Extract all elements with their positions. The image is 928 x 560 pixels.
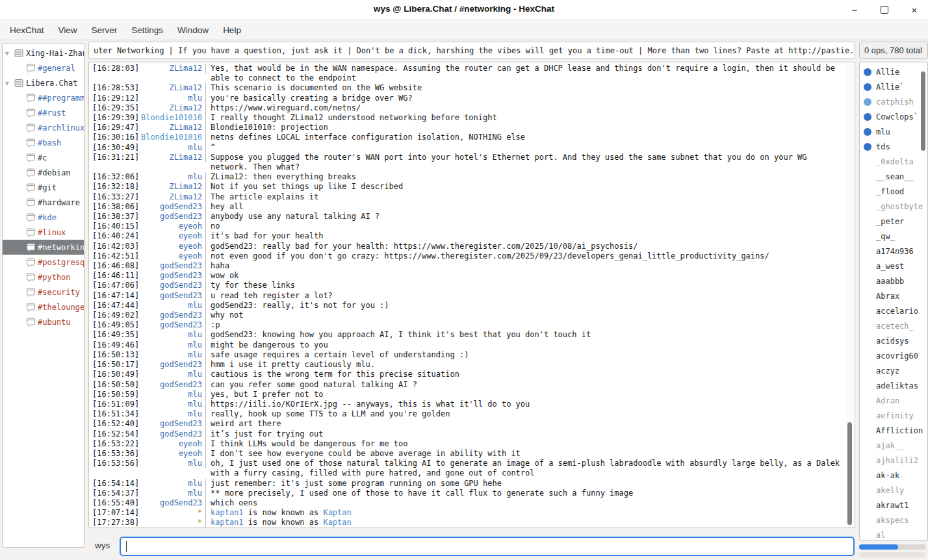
message-text: haha: [206, 261, 855, 271]
userlist-item[interactable]: aaabbb: [860, 274, 927, 288]
userlist-item[interactable]: acetech_: [860, 318, 927, 333]
username: al: [876, 531, 885, 540]
nick: mlu: [140, 400, 206, 409]
message-input[interactable]: [120, 537, 855, 556]
userlist-item[interactable]: a_west: [860, 259, 927, 274]
chat-scrollbar-thumb[interactable]: [847, 422, 852, 525]
tree-channel-programming[interactable]: ##programming: [3, 90, 84, 105]
userlist-vertical-scrollbar[interactable]: [920, 65, 926, 520]
tree-channel-thelounge[interactable]: #thelounge: [3, 299, 84, 314]
menu-item-settings[interactable]: Settings: [124, 22, 170, 38]
userlist-item[interactable]: ajhalili2: [860, 453, 927, 468]
timestamp: [16:52:40]: [89, 419, 140, 429]
timestamp: [16:30:16]: [89, 133, 140, 142]
username: acovrig60: [876, 351, 918, 361]
menu-item-hexchat[interactable]: HexChat: [3, 22, 51, 38]
userlist-item[interactable]: Abrax: [860, 288, 927, 303]
tree-channel-python[interactable]: #python: [3, 270, 84, 285]
expander-down-icon[interactable]: ▽: [5, 80, 14, 86]
message-text: godSend23: knowing how you approach AI, …: [206, 330, 855, 340]
userlist-item[interactable]: acidsys: [860, 333, 927, 348]
maximize-button[interactable]: [879, 4, 890, 16]
minimize-button[interactable]: −: [849, 4, 860, 16]
userlist-item[interactable]: akelly: [860, 483, 927, 498]
tree-channel-archlinux[interactable]: #archlinux: [3, 120, 84, 135]
bottom-scrollbar-track[interactable]: [859, 552, 925, 557]
userlist-item[interactable]: Allie: [860, 64, 927, 79]
timestamp: [16:33:27]: [89, 192, 140, 202]
tree-channel-git[interactable]: #git: [3, 180, 84, 195]
userlist-item[interactable]: ajak__: [860, 438, 927, 453]
userlist-item[interactable]: _peter: [860, 214, 927, 229]
channel-label: #kde: [38, 213, 57, 222]
nick: godSend23: [140, 291, 206, 301]
message-text: This scenario is documented on the WG we…: [206, 83, 855, 93]
userlist-item[interactable]: a174n936: [860, 244, 927, 259]
tree-channel-hardware[interactable]: #hardware: [3, 195, 84, 210]
tree-channel-bash[interactable]: #bash: [3, 135, 84, 150]
userlist-item[interactable]: _0xdelta: [860, 154, 927, 169]
userlist-item[interactable]: akrawt1: [860, 498, 927, 513]
userlist-item[interactable]: akspecs: [860, 513, 927, 528]
message-text: anybody use any natural talking AI ?: [206, 212, 855, 222]
menu-item-window[interactable]: Window: [170, 22, 216, 38]
menu-item-view[interactable]: View: [51, 22, 84, 38]
chat-message-row: [16:50:17] godSend23 hmm i use it pretty…: [89, 360, 855, 370]
nick-mention: Kaptan: [323, 518, 351, 527]
message-text: u read teh register a lot?: [206, 291, 855, 301]
userlist-item[interactable]: Allie`: [860, 79, 927, 94]
tree-channel-postgresql[interactable]: #postgresql: [3, 255, 84, 270]
chat-vertical-scrollbar[interactable]: [846, 64, 853, 526]
userlist-item[interactable]: Cowclops`: [860, 109, 927, 124]
tree-channel-general[interactable]: #general: [3, 60, 84, 75]
userlist-item[interactable]: _ghostbyte: [860, 199, 927, 214]
channel-icon: [26, 123, 38, 133]
chat-message-row: [17:07:14] * kaptan1 is now known as Kap…: [89, 508, 855, 518]
tree-network-row[interactable]: ▽ Libera.Chat: [3, 75, 84, 90]
userlist-item[interactable]: adeliktas: [860, 378, 927, 393]
userlist-item[interactable]: Adran: [860, 393, 927, 408]
userlist-horizontal-scrollbar[interactable]: [859, 544, 925, 550]
nick: godSend23: [140, 360, 206, 370]
user-list: Allie Allie` catphish Cowclops` mlu tds …: [859, 62, 928, 541]
tree-channel-linux[interactable]: #linux: [3, 225, 84, 240]
tree-channel-rust[interactable]: ##rust: [3, 105, 84, 120]
userlist-item[interactable]: Affliction: [860, 423, 927, 438]
userlist-item[interactable]: _flood: [860, 184, 927, 199]
userlist-item[interactable]: catphish: [860, 94, 927, 109]
tree-network-row[interactable]: ▽ Xing-Hai-Zhan: [3, 45, 84, 60]
userlist-item[interactable]: acovrig60: [860, 348, 927, 363]
userlist-item[interactable]: __sean__: [860, 169, 927, 184]
menu-item-server[interactable]: Server: [84, 22, 125, 38]
tree-channel-kde[interactable]: #kde: [3, 210, 84, 225]
userlist-item[interactable]: aefinity: [860, 408, 927, 423]
chat-message-row: [16:50:49] mlu cautious is the wrong ter…: [89, 370, 855, 379]
message-text: really, hook up some TTS to a LLM and yo…: [206, 409, 855, 419]
nick: godSend23: [140, 281, 206, 290]
chat-message-row: [16:29:35] ZLima12 https://www.wireguard…: [89, 103, 855, 113]
userlist-item[interactable]: al: [860, 528, 927, 541]
tree-channel-debian[interactable]: #debian: [3, 165, 84, 180]
tree-channel-security[interactable]: #security: [3, 285, 84, 299]
channel-label: #postgresql: [38, 258, 84, 267]
userlist-item[interactable]: aczyz: [860, 363, 927, 378]
user-status-dot: [864, 68, 871, 76]
tree-channel-ubuntu[interactable]: #ubuntu: [3, 314, 84, 329]
chat-message-row: [16:55:40] godSend23 which oens: [89, 498, 855, 508]
userlist-item[interactable]: _qw_: [860, 229, 927, 244]
title-bar: wys @ Libera.Chat / #networking - HexCha…: [0, 0, 928, 20]
userlist-item[interactable]: accelario: [860, 303, 927, 318]
timestamp: [16:53:36]: [89, 449, 140, 459]
userlist-scrollbar-thumb[interactable]: [921, 71, 925, 151]
userlist-hscrollbar-thumb[interactable]: [859, 544, 898, 550]
close-button[interactable]: ×: [909, 4, 920, 16]
userlist-item[interactable]: mlu: [860, 124, 927, 139]
userlist-item[interactable]: ak-ak: [860, 468, 927, 483]
menu-item-help[interactable]: Help: [216, 22, 248, 38]
tree-channel-c[interactable]: #c: [3, 150, 84, 165]
timestamp: [16:42:51]: [89, 251, 140, 261]
expander-down-icon[interactable]: ▽: [5, 50, 14, 57]
topic-bar[interactable]: uter Networking | If you have a question…: [88, 42, 855, 59]
userlist-item[interactable]: tds: [860, 139, 927, 154]
tree-channel-networking[interactable]: #networking: [3, 240, 84, 255]
